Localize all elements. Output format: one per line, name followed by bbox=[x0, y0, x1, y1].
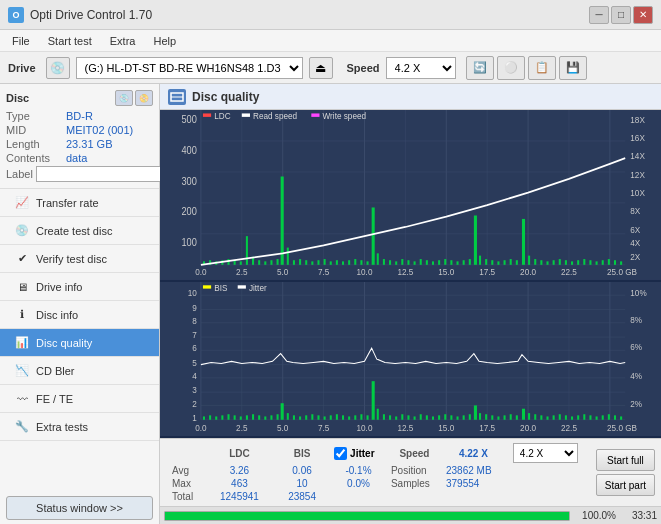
nav-fe-te[interactable]: 〰 FE / TE bbox=[0, 385, 159, 413]
avg-jitter: -0.1% bbox=[330, 464, 387, 477]
svg-rect-210 bbox=[608, 414, 610, 420]
nav-verify-test-disc-label: Verify test disc bbox=[36, 253, 107, 265]
disc-type-value: BD-R bbox=[66, 110, 93, 122]
svg-rect-191 bbox=[491, 415, 493, 419]
content-title: Disc quality bbox=[192, 90, 259, 104]
svg-text:300: 300 bbox=[181, 175, 197, 187]
svg-text:22.5: 22.5 bbox=[561, 422, 577, 432]
svg-rect-68 bbox=[497, 261, 499, 264]
row-avg-label: Avg bbox=[166, 464, 205, 477]
svg-rect-85 bbox=[602, 260, 604, 265]
start-full-button[interactable]: Start full bbox=[596, 449, 655, 471]
menu-file[interactable]: File bbox=[4, 33, 38, 49]
speed-select[interactable]: 4.2 X bbox=[386, 57, 456, 79]
svg-text:10.0: 10.0 bbox=[357, 267, 373, 278]
verify-test-disc-icon: ✔ bbox=[14, 251, 30, 267]
svg-rect-190 bbox=[485, 414, 487, 420]
nav-verify-test-disc[interactable]: ✔ Verify test disc bbox=[0, 245, 159, 273]
svg-rect-87 bbox=[614, 260, 616, 265]
drive-disc-icon: 💿 bbox=[46, 57, 70, 79]
save-button[interactable]: 💾 bbox=[559, 56, 587, 80]
eject-button[interactable]: ⏏ bbox=[309, 57, 333, 79]
maximize-button[interactable]: □ bbox=[611, 6, 631, 24]
content-header-icon bbox=[168, 89, 186, 105]
svg-rect-65 bbox=[479, 256, 481, 265]
copy-button[interactable]: 📋 bbox=[528, 56, 556, 80]
svg-rect-189 bbox=[479, 413, 481, 420]
svg-rect-74 bbox=[534, 259, 536, 265]
drive-action-buttons[interactable]: 🔄 ⚪ 📋 💾 bbox=[466, 56, 587, 80]
svg-text:0.0: 0.0 bbox=[195, 267, 207, 278]
menu-help[interactable]: Help bbox=[145, 33, 184, 49]
samples-label: Samples bbox=[387, 477, 442, 490]
nav-transfer-rate[interactable]: 📈 Transfer rate bbox=[0, 189, 159, 217]
svg-text:Write speed: Write speed bbox=[323, 111, 367, 122]
svg-text:5: 5 bbox=[192, 357, 197, 367]
svg-rect-148 bbox=[234, 415, 236, 419]
position-value: 23862 MB bbox=[442, 464, 505, 477]
svg-text:0.0: 0.0 bbox=[195, 422, 207, 432]
svg-rect-67 bbox=[491, 260, 493, 265]
start-part-button[interactable]: Start part bbox=[596, 474, 655, 496]
speed-select-inline[interactable]: 4.2 X bbox=[513, 443, 578, 463]
svg-rect-50 bbox=[389, 260, 391, 265]
close-button[interactable]: ✕ bbox=[633, 6, 653, 24]
svg-text:400: 400 bbox=[181, 144, 197, 156]
window-controls[interactable]: ─ □ ✕ bbox=[589, 6, 653, 24]
svg-rect-70 bbox=[510, 259, 512, 265]
menu-extra[interactable]: Extra bbox=[102, 33, 144, 49]
nav-drive-info[interactable]: 🖥 Drive info bbox=[0, 273, 159, 301]
svg-rect-150 bbox=[246, 415, 248, 419]
svg-rect-181 bbox=[432, 416, 434, 419]
nav-disc-quality[interactable]: 📊 Disc quality bbox=[0, 329, 159, 357]
svg-rect-41 bbox=[336, 260, 338, 265]
minimize-button[interactable]: ─ bbox=[589, 6, 609, 24]
titlebar: O Opti Drive Control 1.70 ─ □ ✕ bbox=[0, 0, 661, 30]
nav-create-test-disc[interactable]: 💿 Create test disc bbox=[0, 217, 159, 245]
svg-rect-177 bbox=[407, 415, 409, 419]
svg-rect-2 bbox=[160, 110, 661, 280]
svg-rect-26 bbox=[246, 236, 248, 265]
nav-extra-tests[interactable]: 🔧 Extra tests bbox=[0, 413, 159, 441]
svg-text:12.5: 12.5 bbox=[397, 267, 413, 278]
jitter-checkbox[interactable] bbox=[334, 447, 347, 460]
nav-cd-bler[interactable]: 📉 CD Bler bbox=[0, 357, 159, 385]
disc-length-value: 23.31 GB bbox=[66, 138, 112, 150]
sidebar: Disc 💿 📀 Type BD-R MID MEIT02 (001) Leng… bbox=[0, 84, 160, 524]
nav-disc-info[interactable]: ℹ Disc info bbox=[0, 301, 159, 329]
disc-header: Disc 💿 📀 bbox=[6, 90, 153, 106]
svg-rect-143 bbox=[203, 416, 205, 419]
disc-section: Disc 💿 📀 Type BD-R MID MEIT02 (001) Leng… bbox=[0, 84, 159, 189]
menu-starttest[interactable]: Start test bbox=[40, 33, 100, 49]
disc-length-label: Length bbox=[6, 138, 66, 150]
svg-rect-211 bbox=[614, 415, 616, 419]
disc-info-icon: ℹ bbox=[14, 307, 30, 323]
svg-rect-61 bbox=[457, 261, 459, 264]
svg-rect-69 bbox=[504, 260, 506, 265]
col-speed: Speed bbox=[387, 442, 442, 464]
svg-rect-172 bbox=[377, 408, 379, 419]
jitter-checkbox-label[interactable]: Jitter bbox=[334, 447, 383, 460]
disc-label-input[interactable] bbox=[36, 166, 169, 182]
ldc-chart: 500 400 300 200 100 18X 16X 14X 12X 10X … bbox=[160, 110, 661, 282]
svg-rect-80 bbox=[571, 261, 573, 264]
drive-select[interactable]: (G:) HL-DT-ST BD-RE WH16NS48 1.D3 bbox=[76, 57, 303, 79]
svg-rect-167 bbox=[348, 416, 350, 419]
disc-icon-1[interactable]: 💿 bbox=[115, 90, 133, 106]
erase-button[interactable]: ⚪ bbox=[497, 56, 525, 80]
svg-rect-47 bbox=[372, 207, 375, 264]
svg-rect-44 bbox=[354, 259, 356, 265]
svg-text:25.0: 25.0 bbox=[607, 267, 623, 278]
status-window-button[interactable]: Status window >> bbox=[6, 496, 153, 520]
svg-rect-72 bbox=[522, 219, 525, 265]
disc-icon-2[interactable]: 📀 bbox=[135, 90, 153, 106]
col-bis: BIS bbox=[274, 442, 330, 464]
svg-rect-168 bbox=[354, 415, 356, 419]
nav-fe-te-label: FE / TE bbox=[36, 393, 73, 405]
svg-rect-40 bbox=[330, 261, 332, 264]
svg-rect-192 bbox=[497, 416, 499, 419]
titlebar-left: O Opti Drive Control 1.70 bbox=[8, 7, 152, 23]
svg-text:2%: 2% bbox=[630, 398, 642, 408]
max-ldc: 463 bbox=[205, 477, 274, 490]
refresh-button[interactable]: 🔄 bbox=[466, 56, 494, 80]
